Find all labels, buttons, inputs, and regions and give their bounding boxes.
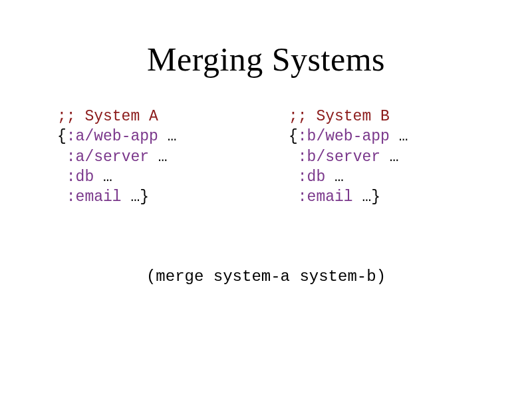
ellipsis: … [122, 188, 140, 206]
system-b-key-server: :b/server [298, 148, 380, 166]
system-b-key-db: :db [298, 168, 325, 186]
system-a-key-email: :email [66, 188, 122, 206]
code-columns: ;; System A {:a/web-app … :a/server … :d… [0, 106, 532, 208]
system-b-block: ;; System B {:b/web-app … :b/server … :d… [289, 106, 408, 208]
ellipsis: … [325, 168, 344, 186]
ellipsis: … [390, 128, 408, 145]
system-a-key-server: :a/server [66, 148, 149, 166]
system-a-key-webapp: :a/web-app [66, 128, 158, 145]
ellipsis: … [158, 128, 177, 145]
close-brace: } [140, 188, 149, 206]
system-b-comment: ;; System B [289, 108, 390, 125]
ellipsis: … [380, 148, 399, 166]
open-brace: { [57, 128, 66, 145]
close-brace: } [371, 188, 380, 206]
ellipsis: … [149, 148, 168, 166]
system-a-block: ;; System A {:a/web-app … :a/server … :d… [57, 106, 289, 208]
slide-title: Merging Systems [0, 40, 532, 79]
system-b-key-email: :email [298, 188, 353, 206]
system-b-key-webapp: :b/web-app [298, 128, 390, 145]
system-a-key-db: :db [66, 168, 94, 186]
ellipsis: … [353, 188, 372, 206]
merge-expression: (merge system-a system-b) [0, 268, 532, 286]
open-brace: { [289, 128, 298, 145]
ellipsis: … [94, 168, 112, 186]
system-a-comment: ;; System A [57, 108, 158, 125]
